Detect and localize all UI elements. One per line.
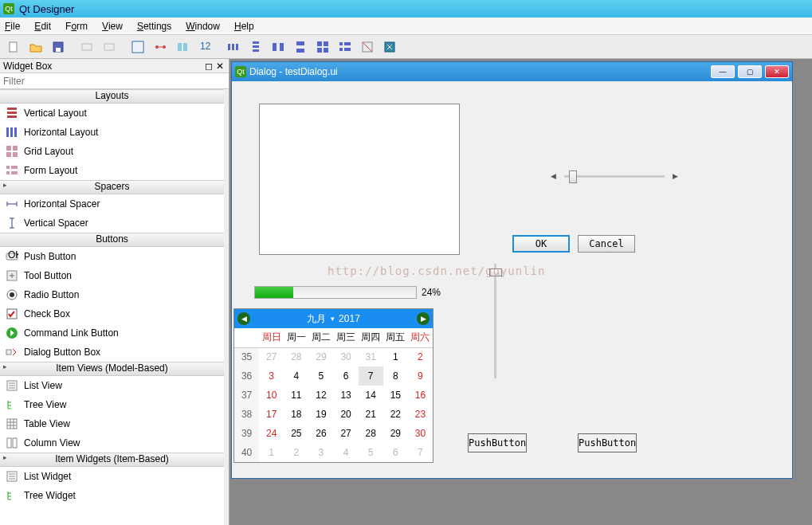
calendar-day[interactable]: 26 bbox=[308, 424, 333, 443]
close-icon[interactable]: ✕ bbox=[214, 61, 226, 72]
calendar-widget[interactable]: ◀ 九月▼ 2017 ▶ 周日周一周二周三周四周五周六 352728293031… bbox=[233, 308, 433, 463]
cat-item-views[interactable]: ▸Item Views (Model-Based) bbox=[0, 362, 224, 376]
scrollbar-thumb[interactable] bbox=[569, 170, 577, 183]
dialog-titlebar[interactable]: Qt Dialog - testDialog.ui — ▢ ✕ bbox=[232, 62, 792, 81]
calendar-day[interactable]: 11 bbox=[284, 386, 308, 405]
menu-window[interactable]: Window bbox=[186, 21, 220, 32]
push-button-2[interactable]: PushButton bbox=[578, 433, 637, 453]
calendar-day[interactable]: 2 bbox=[284, 443, 308, 462]
close-button[interactable]: ✕ bbox=[765, 65, 789, 78]
menu-help[interactable]: Help bbox=[234, 21, 254, 32]
dialog-window[interactable]: Qt Dialog - testDialog.ui — ▢ ✕ 24% ◀ bbox=[231, 61, 793, 479]
tb-edit-signals[interactable] bbox=[150, 37, 171, 57]
tb-break-layout[interactable] bbox=[357, 37, 378, 57]
design-canvas[interactable]: Qt Dialog - testDialog.ui — ▢ ✕ 24% ◀ bbox=[229, 59, 812, 525]
item-command-link-button[interactable]: Command Link Button bbox=[0, 323, 224, 343]
calendar-day[interactable]: 6 bbox=[334, 366, 359, 386]
calendar-day[interactable]: 5 bbox=[359, 443, 383, 462]
calendar-day[interactable]: 6 bbox=[383, 443, 408, 462]
calendar-day[interactable]: 14 bbox=[359, 386, 383, 405]
calendar-day[interactable]: 5 bbox=[308, 366, 333, 386]
vertical-slider[interactable] bbox=[488, 257, 502, 385]
tb-undo[interactable] bbox=[76, 37, 97, 57]
calendar-day[interactable]: 1 bbox=[259, 443, 284, 462]
tb-new[interactable] bbox=[3, 37, 24, 57]
filter-input[interactable] bbox=[0, 73, 229, 88]
calendar-day[interactable]: 31 bbox=[359, 347, 383, 366]
calendar-day[interactable]: 17 bbox=[259, 405, 284, 424]
calendar-day[interactable]: 2 bbox=[408, 347, 433, 366]
item-tree-widget[interactable]: Tree Widget bbox=[0, 486, 224, 505]
calendar-day[interactable]: 1 bbox=[383, 347, 408, 366]
tb-layout-grid[interactable] bbox=[312, 37, 333, 57]
calendar-day[interactable]: 7 bbox=[408, 443, 433, 462]
calendar-day[interactable]: 9 bbox=[408, 366, 433, 386]
calendar-year[interactable]: 2017 bbox=[339, 313, 360, 324]
item-horizontal-layout[interactable]: Horizontal Layout bbox=[0, 123, 224, 142]
tb-save[interactable] bbox=[48, 37, 69, 57]
progress-bar[interactable] bbox=[254, 286, 417, 299]
item-radio-button[interactable]: Radio Button bbox=[0, 285, 224, 304]
tb-adjust-size[interactable] bbox=[379, 37, 400, 57]
slider-thumb[interactable] bbox=[489, 268, 502, 276]
item-list-widget[interactable]: List Widget bbox=[0, 467, 224, 486]
tb-edit-buddies[interactable] bbox=[172, 37, 193, 57]
calendar-day[interactable]: 28 bbox=[359, 424, 383, 443]
calendar-prev-icon[interactable]: ◀ bbox=[237, 312, 250, 325]
horizontal-scrollbar[interactable]: ◀ ▶ bbox=[551, 169, 678, 183]
calendar-day[interactable]: 3 bbox=[308, 443, 333, 462]
dialog-body[interactable]: 24% ◀ ▶ OK Cancel PushButton PushButton bbox=[232, 81, 792, 478]
calendar-day[interactable]: 7 bbox=[359, 366, 383, 386]
calendar-day[interactable]: 25 bbox=[284, 424, 308, 443]
item-tree-view[interactable]: Tree View bbox=[0, 395, 224, 414]
ok-button[interactable]: OK bbox=[512, 235, 570, 253]
calendar-day[interactable]: 19 bbox=[308, 405, 333, 424]
menu-settings[interactable]: Settings bbox=[137, 21, 171, 32]
item-tool-button[interactable]: Tool Button bbox=[0, 266, 224, 285]
calendar-day[interactable]: 12 bbox=[308, 386, 333, 405]
cat-item-widgets[interactable]: ▸Item Widgets (Item-Based) bbox=[0, 453, 224, 467]
menu-view[interactable]: View bbox=[102, 21, 123, 32]
calendar-day[interactable]: 27 bbox=[334, 424, 359, 443]
calendar-day[interactable]: 15 bbox=[383, 386, 408, 405]
tb-layout-hsplit[interactable] bbox=[268, 37, 288, 57]
calendar-day[interactable]: 29 bbox=[308, 347, 333, 366]
item-grid-layout[interactable]: Grid Layout bbox=[0, 142, 224, 161]
item-form-layout[interactable]: Form Layout bbox=[0, 161, 224, 180]
item-push-button[interactable]: OKPush Button bbox=[0, 247, 224, 266]
tb-edit-widgets[interactable] bbox=[127, 37, 148, 57]
calendar-day[interactable]: 8 bbox=[383, 366, 408, 386]
tb-open[interactable] bbox=[25, 37, 46, 57]
calendar-day[interactable]: 30 bbox=[408, 424, 433, 443]
arrow-right-icon[interactable]: ▶ bbox=[673, 172, 678, 180]
menu-edit[interactable]: Edit bbox=[34, 21, 51, 32]
item-column-view[interactable]: Column View bbox=[0, 433, 224, 453]
calendar-day[interactable]: 4 bbox=[284, 366, 308, 386]
menu-file[interactable]: File bbox=[5, 21, 20, 32]
tb-layout-vsplit[interactable] bbox=[290, 37, 311, 57]
calendar-day[interactable]: 16 bbox=[408, 386, 433, 405]
tb-layout-v[interactable] bbox=[245, 37, 266, 57]
item-dialog-button-box[interactable]: Dialog Button Box bbox=[0, 343, 224, 362]
calendar-day[interactable]: 22 bbox=[383, 405, 408, 424]
calendar-day[interactable]: 29 bbox=[383, 424, 408, 443]
undock-icon[interactable]: ◻ bbox=[203, 61, 214, 72]
calendar-day[interactable]: 30 bbox=[334, 347, 359, 366]
widget-box-list[interactable]: Layouts Vertical Layout Horizontal Layou… bbox=[0, 89, 229, 525]
cat-buttons[interactable]: Buttons bbox=[0, 233, 224, 247]
calendar-day[interactable]: 27 bbox=[259, 347, 284, 366]
tb-layout-form[interactable] bbox=[335, 37, 355, 57]
cat-spacers[interactable]: ▸Spacers bbox=[0, 180, 224, 194]
calendar-day[interactable]: 18 bbox=[284, 405, 308, 424]
item-table-view[interactable]: Table View bbox=[0, 414, 224, 433]
calendar-day[interactable]: 3 bbox=[259, 366, 284, 386]
item-check-box[interactable]: Check Box bbox=[0, 304, 224, 323]
chevron-down-icon[interactable]: ▼ bbox=[329, 315, 335, 323]
calendar-month[interactable]: 九月 bbox=[307, 312, 326, 326]
arrow-left-icon[interactable]: ◀ bbox=[551, 172, 556, 180]
cancel-button[interactable]: Cancel bbox=[578, 235, 635, 253]
item-horizontal-spacer[interactable]: Horizontal Spacer bbox=[0, 194, 224, 214]
widget-box-filter[interactable] bbox=[0, 73, 229, 89]
calendar-day[interactable]: 20 bbox=[334, 405, 359, 424]
item-vertical-spacer[interactable]: Vertical Spacer bbox=[0, 214, 224, 233]
